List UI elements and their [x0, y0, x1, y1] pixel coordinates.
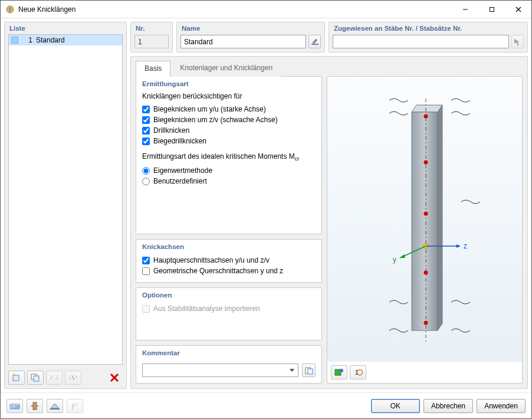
comment-combo[interactable] [142, 364, 298, 377]
ermittlung-sub1: Knicklängen berücksichtigen für [142, 92, 316, 100]
group-ermittlungsart-title: Ermittlungsart [142, 80, 316, 87]
svg-marker-27 [457, 244, 460, 248]
check-biegedrillknicken[interactable]: Biegedrillknicken [142, 136, 316, 146]
svg-text:0,00: 0,00 [11, 405, 19, 409]
name-edit-button[interactable] [308, 35, 321, 48]
radio-benutzerdefiniert[interactable]: Benutzerdefiniert [142, 176, 316, 186]
tabs: Basis Knotenlager und Knicklängen [131, 57, 527, 76]
group-optionen-title: Optionen [142, 292, 316, 299]
comment-library-button[interactable] [302, 364, 316, 377]
cancel-button[interactable]: Abbrechen [423, 399, 473, 413]
group-kommentar-title: Kommentar [142, 349, 316, 356]
svg-marker-30 [400, 254, 405, 258]
svg-point-23 [424, 270, 428, 274]
footer-function-button: ƒ? [67, 399, 83, 413]
field-name-label: Name [177, 22, 324, 33]
svg-marker-18 [438, 105, 442, 330]
app-icon [5, 5, 15, 14]
field-name-panel: Name [176, 22, 325, 53]
column-3d-preview: z y [336, 90, 513, 349]
sidebar-panel: Liste 1 Standard [4, 22, 127, 389]
name-input[interactable] [180, 35, 306, 48]
preview-panel: z y [327, 76, 523, 384]
maximize-button[interactable] [478, 1, 505, 18]
color-swatch-icon [11, 37, 18, 44]
field-assign-label: Zugewiesen an Stäbe Nr. / Stabsätze Nr. [329, 22, 527, 33]
svg-rect-13 [311, 44, 318, 45]
copy-item-button[interactable] [27, 371, 44, 385]
check-hauptachsen[interactable]: Hauptquerschnittsachsen y/u und z/v [142, 255, 316, 266]
field-assign-panel: Zugewiesen an Stäbe Nr. / Stabsätze Nr. [329, 22, 528, 53]
svg-point-24 [424, 320, 428, 325]
assign-input[interactable] [333, 35, 509, 48]
svg-point-20 [424, 114, 428, 118]
radio-eigenwertmethode[interactable]: Eigenwertmethode [142, 165, 316, 176]
group-knickachsen-title: Knickachsen [142, 243, 316, 250]
field-nr-label: Nr. [131, 22, 172, 33]
svg-text:y: y [393, 256, 396, 264]
list-box[interactable]: 1 Standard [8, 34, 123, 365]
ok-button[interactable]: OK [371, 399, 420, 413]
svg-rect-1 [9, 7, 11, 12]
svg-text:?: ? [75, 403, 77, 407]
tab-basis[interactable]: Basis [136, 61, 170, 77]
pick-members-button[interactable] [511, 35, 524, 48]
apply-button[interactable]: Anwenden [477, 399, 526, 413]
svg-rect-15 [308, 369, 313, 374]
check-drillknicken[interactable]: Drillknicken [142, 125, 316, 136]
footer-units-button[interactable]: 0,00 [6, 399, 23, 413]
footer-view-button[interactable] [47, 399, 63, 413]
minimize-button[interactable] [452, 1, 478, 18]
svg-rect-17 [412, 112, 438, 330]
list-item-name: Standard [36, 36, 65, 44]
nr-input [134, 35, 169, 48]
preview-canvas[interactable]: z y [327, 77, 522, 362]
svg-point-21 [424, 160, 428, 164]
svg-marker-16 [412, 105, 442, 112]
svg-text:z: z [464, 242, 467, 250]
link-button [46, 371, 63, 385]
close-button[interactable] [505, 1, 531, 18]
window-title: Neue Knicklängen [18, 5, 452, 14]
sidebar-header: Liste [5, 22, 126, 33]
svg-line-10 [72, 375, 74, 380]
svg-point-22 [424, 211, 428, 215]
svg-rect-38 [33, 402, 37, 410]
list-item[interactable]: 1 Standard [9, 35, 122, 45]
check-stabilitaetsanalyse: Aus Stabilitätsanalyse importieren [142, 303, 316, 314]
check-biegeknicken-yu[interactable]: Biegeknicken um y/u (starke Achse) [142, 104, 316, 114]
field-nr-panel: Nr. [130, 22, 173, 53]
group-knickachsen: Knickachsen Hauptquerschnittsachsen y/u … [136, 239, 322, 283]
svg-rect-42 [50, 408, 60, 410]
title-bar: Neue Knicklängen [1, 1, 531, 18]
ermittlung-sub2: Ermittlungsart des idealen kritischen Mo… [142, 152, 316, 162]
svg-text:ƒ: ƒ [71, 402, 75, 410]
svg-rect-3 [490, 7, 494, 11]
svg-point-33 [340, 369, 343, 372]
group-optionen: Optionen Aus Stabilitätsanalyse importie… [136, 287, 322, 341]
footer-member-button[interactable] [27, 399, 43, 413]
unlink-button [65, 371, 81, 385]
group-kommentar: Kommentar [136, 345, 322, 384]
new-item-button[interactable] [8, 371, 25, 385]
preview-print-button[interactable]: 1 [350, 365, 366, 379]
list-item-number: 1 [22, 36, 32, 44]
tab-knotenlager[interactable]: Knotenlager und Knicklängen [172, 61, 281, 77]
svg-rect-9 [34, 376, 39, 381]
delete-button[interactable] [106, 371, 123, 385]
svg-rect-6 [13, 375, 19, 381]
preview-display-options-button[interactable] [331, 365, 347, 379]
svg-marker-41 [51, 404, 59, 408]
group-ermittlungsart: Ermittlungsart Knicklängen berücksichtig… [136, 76, 322, 234]
check-biegeknicken-zv[interactable]: Biegeknicken um z/v (schwache Achse) [142, 114, 316, 125]
check-geometrische-achsen[interactable]: Geometrische Querschnittachsen y und z [142, 266, 316, 276]
